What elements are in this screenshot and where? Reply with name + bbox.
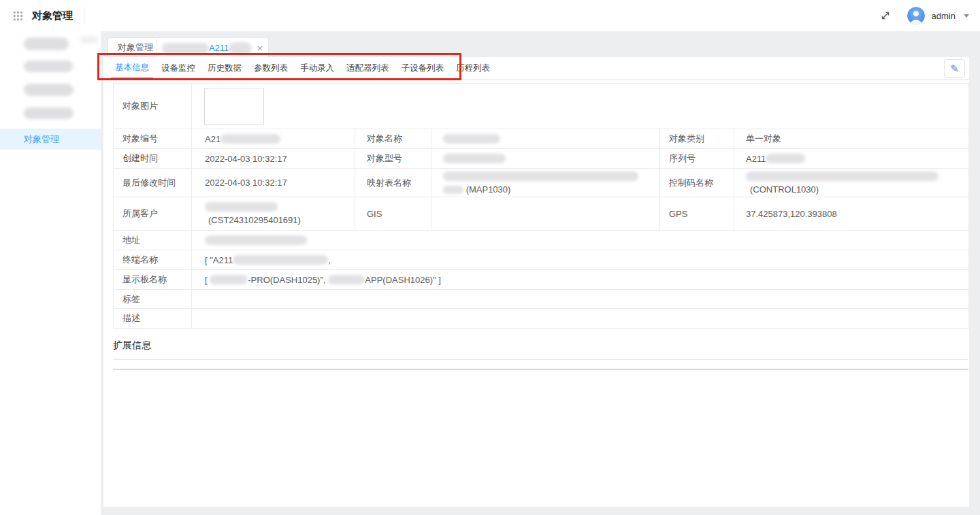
- field-label-mapping: 映射表名称: [355, 169, 431, 197]
- object-image-placeholder[interactable]: [204, 88, 264, 125]
- field-value-mapping: (MAP1030): [431, 169, 660, 197]
- field-label-customer: 所属客户: [114, 197, 192, 231]
- username-label[interactable]: admin: [932, 11, 956, 21]
- app-launcher-icon[interactable]: [14, 12, 22, 20]
- field-label-code: 对象编号: [114, 129, 192, 149]
- object-detail-table: 对象图片 对象编号 A21 对象名称 对象类别 单一对象 创建时间 2022: [113, 83, 969, 329]
- table-row: 所属客户 (CST24310295401691) GIS GPS 37.4258…: [114, 197, 969, 231]
- field-label-dashboard: 显示板名称: [114, 270, 192, 290]
- page-title: 对象管理: [32, 10, 73, 22]
- top-header: 对象管理: [0, 0, 980, 31]
- edit-button[interactable]: ✎: [944, 59, 965, 78]
- tab-object-management[interactable]: 对象管理: [108, 37, 163, 57]
- redacted-value: [328, 275, 365, 284]
- redacted-value: [220, 134, 280, 144]
- tab-basic-info[interactable]: 基本信息: [111, 57, 153, 79]
- field-label-description: 描述: [114, 309, 192, 329]
- redacted-value: [210, 275, 248, 284]
- field-label-modified: 最后修改时间: [114, 169, 192, 197]
- field-value-tags: [192, 290, 969, 309]
- field-label-tags: 标签: [114, 290, 192, 309]
- redacted-menu-item[interactable]: [24, 107, 74, 119]
- tab-manual-entry[interactable]: 手动录入: [296, 57, 338, 79]
- redacted-value: [746, 171, 938, 181]
- sidebar-item-object-management[interactable]: 对象管理: [0, 129, 101, 150]
- tab-history-data[interactable]: 历史数据: [203, 57, 246, 79]
- section-divider: [113, 359, 968, 360]
- tab-adapter-list[interactable]: 适配器列表: [342, 57, 393, 79]
- redacted-value: [766, 154, 805, 163]
- field-label-serial: 序列号: [660, 149, 734, 169]
- user-avatar[interactable]: [907, 7, 925, 24]
- field-value-description: [192, 309, 969, 329]
- redacted-value: [443, 171, 638, 181]
- field-value-terminal: [ "A211,: [192, 250, 969, 270]
- tab-parameter-list[interactable]: 参数列表: [250, 57, 292, 79]
- content-card: 基本信息 设备监控 历史数据 参数列表 手动录入 适配器列表 子设备列表 历程列…: [103, 57, 969, 507]
- fullscreen-icon[interactable]: [880, 10, 891, 21]
- table-row: 终端名称 [ "A211,: [114, 250, 969, 270]
- extended-info-title: 扩展信息: [113, 339, 969, 352]
- field-value-created: 2022-04-03 10:32:17: [192, 149, 355, 169]
- tab-device-monitor[interactable]: 设备监控: [157, 57, 199, 79]
- field-value-category: 单一对象: [734, 129, 969, 149]
- header-divider: [84, 7, 84, 24]
- field-label-image: 对象图片: [114, 84, 192, 129]
- subtab-bar: 基本信息 设备监控 历史数据 参数列表 手动录入 适配器列表 子设备列表 历程列…: [103, 57, 969, 80]
- table-row: 最后修改时间 2022-04-03 10:32:17 映射表名称 (MAP103…: [114, 169, 969, 197]
- active-tab-code: A211: [209, 43, 229, 53]
- redacted-value: [229, 42, 251, 54]
- field-value-model: [431, 149, 660, 169]
- tab-journey-list[interactable]: 历程列表: [452, 57, 494, 79]
- field-label-gis: GIS: [355, 197, 431, 231]
- field-label-address: 地址: [114, 231, 192, 250]
- table-row: 描述: [114, 309, 969, 329]
- field-label-created: 创建时间: [114, 149, 192, 169]
- field-value-modified: 2022-04-03 10:32:17: [192, 169, 355, 197]
- tab-active-object[interactable]: A211 ×: [156, 37, 269, 58]
- field-value-gps: 37.425873,120.393808: [734, 197, 969, 231]
- table-row: 创建时间 2022-04-03 10:32:17 对象型号 序列号 A211: [114, 149, 969, 169]
- redacted-badge: [80, 36, 98, 44]
- field-value-dashboard: [ -PRO(DASH1025)", APP(DASH1026)" ]: [192, 270, 969, 290]
- redacted-value: [162, 43, 209, 54]
- close-icon[interactable]: ×: [257, 44, 263, 53]
- table-row: 地址: [114, 231, 969, 250]
- redacted-value: [233, 255, 328, 265]
- tab-subdevice-list[interactable]: 子设备列表: [397, 57, 448, 79]
- field-label-control: 控制码名称: [660, 169, 734, 197]
- redacted-value: [443, 154, 506, 163]
- redacted-value: [443, 134, 500, 144]
- section-divider: [113, 369, 968, 370]
- chevron-down-icon[interactable]: [964, 14, 969, 18]
- sidebar: 对象管理: [0, 31, 101, 515]
- field-label-category: 对象类别: [660, 129, 734, 149]
- field-value-gis: [431, 197, 660, 231]
- redacted-menu-item[interactable]: [24, 84, 74, 96]
- redacted-value: [205, 202, 278, 212]
- table-row: 标签: [114, 290, 969, 309]
- field-value-image: [192, 84, 969, 129]
- table-row: 对象图片: [114, 84, 969, 129]
- field-label-name: 对象名称: [355, 129, 431, 149]
- table-row: 显示板名称 [ -PRO(DASH1025)", APP(DASH1026)" …: [114, 270, 969, 290]
- field-label-gps: GPS: [660, 197, 734, 231]
- field-value-address: [192, 231, 969, 250]
- redacted-value: [443, 186, 463, 194]
- field-label-model: 对象型号: [355, 149, 431, 169]
- field-value-serial: A211: [734, 149, 969, 169]
- field-value-customer: (CST24310295401691): [192, 197, 355, 231]
- field-value-name: [431, 129, 660, 149]
- field-label-terminal: 终端名称: [114, 250, 192, 270]
- field-value-control: (CONTROL1030): [734, 169, 969, 197]
- redacted-value: [205, 235, 307, 245]
- page: 对象管理: [0, 0, 980, 515]
- redacted-menu-item[interactable]: [24, 37, 69, 50]
- field-value-code: A21: [192, 129, 355, 149]
- pencil-icon: ✎: [950, 63, 959, 75]
- table-row: 对象编号 A21 对象名称 对象类别 单一对象: [114, 129, 969, 149]
- redacted-menu-item[interactable]: [24, 61, 73, 72]
